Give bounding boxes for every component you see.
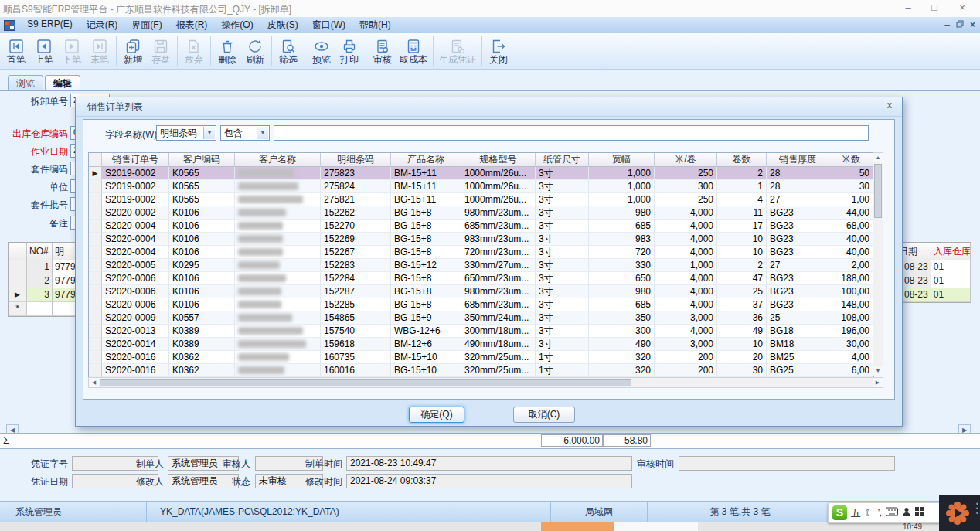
bg-cell[interactable] (27, 302, 53, 316)
order-cell[interactable]: 3,000 (655, 311, 717, 325)
order-cell[interactable] (235, 285, 321, 298)
grid-column-header-9[interactable]: 卷数 (717, 153, 767, 167)
order-cell[interactable]: 4,000 (655, 220, 717, 233)
toolbar-button-10[interactable]: 预览 (308, 37, 335, 66)
row-selector[interactable] (89, 259, 102, 272)
order-cell[interactable] (235, 233, 321, 246)
order-cell[interactable]: 40,00 (829, 246, 873, 259)
order-cell[interactable]: 40,00 (829, 233, 873, 246)
order-cell[interactable]: 3寸 (536, 272, 589, 285)
order-cell[interactable]: 4,000 (655, 325, 717, 338)
row-selector[interactable] (89, 206, 102, 220)
grid-horizontal-scrollbar[interactable]: ◀ ▶ (88, 377, 883, 388)
keyboard-icon[interactable] (886, 507, 898, 519)
order-cell[interactable]: S2019-0002 (102, 180, 169, 193)
sales-order-grid[interactable]: 销售订单号客户编码客户名称明细条码产品名称规格型号纸管尺寸宽幅米/卷卷数销售厚度… (88, 152, 874, 378)
chevron-down-icon[interactable]: ▼ (257, 127, 268, 139)
person-icon[interactable] (902, 507, 911, 519)
bg-row-selector[interactable] (9, 274, 27, 288)
row-selector[interactable] (89, 246, 102, 259)
order-cell[interactable]: K0565 (169, 167, 235, 180)
toolbar-button-1[interactable]: 上笔 (30, 37, 58, 66)
order-cell[interactable] (235, 220, 321, 233)
grid-column-header-3[interactable]: 明细条码 (321, 153, 391, 167)
order-cell[interactable]: 275824 (321, 180, 391, 193)
order-cell[interactable]: 152267 (321, 246, 391, 259)
grid-column-header-7[interactable]: 宽幅 (589, 153, 655, 167)
order-cell[interactable]: S2020-0004 (102, 233, 169, 246)
order-cell[interactable]: BG25 (767, 364, 829, 377)
order-cell[interactable]: 3寸 (536, 259, 589, 272)
order-cell[interactable]: 983 (589, 233, 655, 246)
order-cell[interactable]: 720mm/23um... (461, 246, 536, 259)
order-cell[interactable]: 28 (767, 180, 829, 193)
order-cell[interactable]: 4,000 (655, 298, 717, 311)
toolbar-button-11[interactable]: 打印 (335, 37, 363, 66)
order-cell[interactable]: S2020-0004 (102, 246, 169, 259)
row-selector[interactable] (89, 298, 102, 311)
order-cell[interactable]: S2020-0016 (102, 364, 169, 377)
order-cell[interactable]: K0389 (169, 338, 235, 351)
order-cell[interactable]: 300 (589, 325, 655, 338)
order-cell[interactable]: BG-15+8 (391, 220, 461, 233)
toolbar-button-7[interactable]: 删除 (213, 37, 241, 66)
order-cell[interactable] (235, 167, 321, 180)
order-cell[interactable]: BG-15+8 (391, 298, 461, 311)
order-cell[interactable] (235, 364, 321, 377)
order-cell[interactable] (235, 259, 321, 272)
order-cell[interactable]: 4,000 (655, 285, 717, 298)
toolbar-button-13[interactable]: 取成本 (396, 37, 430, 66)
order-cell[interactable]: 320 (589, 364, 655, 377)
order-cell[interactable]: 320mm/25um... (461, 364, 536, 377)
order-cell[interactable]: 3寸 (536, 298, 589, 311)
order-cell[interactable]: 490mm/18um... (461, 338, 536, 351)
order-cell[interactable]: 4,00 (829, 351, 873, 364)
order-cell[interactable]: 148,00 (829, 298, 873, 311)
order-cell[interactable]: 1,000 (589, 193, 655, 206)
chevron-down-icon[interactable]: ▼ (203, 127, 215, 139)
grid-column-header-6[interactable]: 纸管尺寸 (536, 153, 589, 167)
grid-column-header-1[interactable]: 客户编码 (169, 153, 235, 167)
order-cell[interactable]: 720 (589, 246, 655, 259)
order-row-8[interactable]: S2020-0006K0106152284BG-15+8650mm/23um..… (89, 272, 873, 285)
order-row-4[interactable]: S2020-0004K0106152270BG-15+8685mm/23um..… (89, 220, 873, 233)
order-cell[interactable]: K0106 (169, 298, 235, 311)
order-cell[interactable]: 3寸 (536, 246, 589, 259)
order-cell[interactable]: 4 (717, 193, 767, 206)
row-selector[interactable] (89, 311, 102, 325)
order-row-15[interactable]: S2020-0016K0362160016BG-15+10320mm/25um.… (89, 364, 873, 377)
order-cell[interactable]: S2020-0006 (102, 285, 169, 298)
scroll-right-icon[interactable]: ▶ (873, 378, 883, 387)
order-cell[interactable] (235, 193, 321, 206)
order-cell[interactable]: K0389 (169, 325, 235, 338)
grid-vertical-scrollbar[interactable]: ▲ ▼ (873, 152, 883, 376)
order-cell[interactable]: 1 (717, 180, 767, 193)
table-row[interactable]: ▶08-2301 (891, 288, 971, 302)
order-cell[interactable]: 50 (829, 167, 873, 180)
order-cell[interactable]: 330mm/27um... (461, 259, 536, 272)
toolbar-button-8[interactable]: 刷新 (241, 37, 269, 66)
order-cell[interactable]: K0295 (169, 259, 235, 272)
order-cell[interactable]: BG-15+12 (391, 259, 461, 272)
order-cell[interactable]: BG23 (767, 233, 829, 246)
order-cell[interactable]: BG23 (767, 272, 829, 285)
order-cell[interactable]: 25 (717, 285, 767, 298)
order-cell[interactable]: 275821 (321, 193, 391, 206)
order-cell[interactable]: BM-15+11 (391, 180, 461, 193)
order-cell[interactable]: BG23 (767, 206, 829, 220)
order-cell[interactable]: 152287 (321, 285, 391, 298)
order-cell[interactable]: K0565 (169, 193, 235, 206)
order-cell[interactable]: 3寸 (536, 220, 589, 233)
order-cell[interactable] (235, 272, 321, 285)
order-cell[interactable]: 275823 (321, 167, 391, 180)
filter-operator-combo[interactable]: 包含▼ (220, 125, 270, 141)
order-cell[interactable]: BG-15+8 (391, 246, 461, 259)
order-cell[interactable]: 68,00 (829, 220, 873, 233)
bg-column-header[interactable]: 入库仓库 (931, 243, 971, 260)
row-selector[interactable] (89, 325, 102, 338)
order-cell[interactable]: WBG-12+6 (391, 325, 461, 338)
order-cell[interactable]: 17 (717, 220, 767, 233)
order-row-11[interactable]: S2020-0009K0557154865BG-15+9350mm/24um..… (89, 311, 873, 325)
order-cell[interactable]: 330 (589, 259, 655, 272)
order-cell[interactable]: 160735 (321, 351, 391, 364)
